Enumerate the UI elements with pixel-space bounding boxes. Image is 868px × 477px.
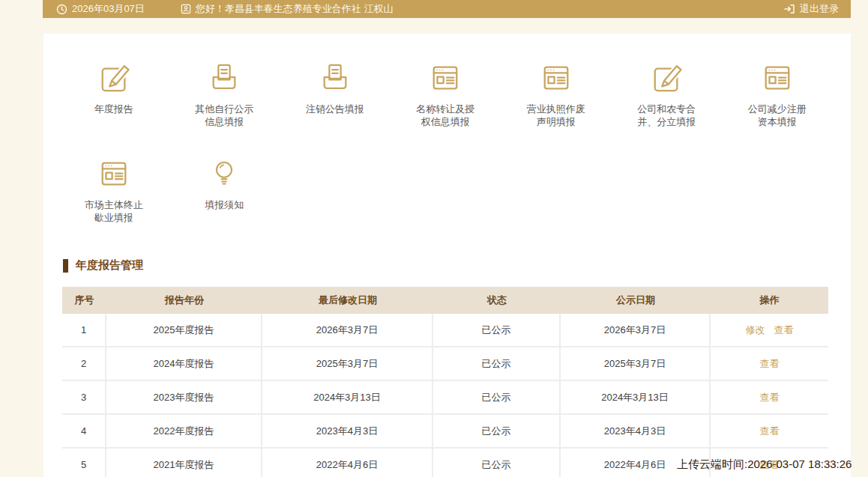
cell-published: 2024年3月13日 bbox=[561, 381, 711, 413]
cell-actions: 查看 bbox=[711, 381, 828, 413]
edit-icon bbox=[651, 62, 682, 94]
upload-timestamp: 上传云端时间:2026-03-07 18:33:26 bbox=[677, 458, 852, 472]
view-link[interactable]: 查看 bbox=[760, 357, 780, 371]
submit-tray-icon bbox=[208, 62, 240, 94]
menu-item-other-disclosure[interactable]: 其他自行公示信息填报 bbox=[169, 62, 280, 146]
greeting-text: 您好！孝昌县丰春生态养殖专业合作社 江权山 bbox=[196, 2, 394, 16]
cell-modified: 2022年4月6日 bbox=[262, 449, 433, 477]
menu-item-label: 营业执照作废声明填报 bbox=[525, 103, 587, 128]
current-date: 2026年03月07日 bbox=[72, 2, 145, 16]
cell-modified: 2023年4月3日 bbox=[262, 415, 433, 447]
table-row: 3 2023年度报告 2024年3月13日 已公示 2024年3月13日 查看 bbox=[62, 381, 828, 415]
cell-actions: 修改 查看 bbox=[711, 314, 828, 346]
cell-modified: 2025年3月7日 bbox=[262, 347, 433, 380]
section-header: 年度报告管理 bbox=[63, 258, 851, 273]
cell-actions: 查看 bbox=[711, 347, 828, 380]
cell-seq: 4 bbox=[62, 415, 106, 447]
menu-row-1: 年度报告 其他自行公示信息填报 注销公告填报 名称转让及授权信息填报 营业执照作… bbox=[43, 34, 851, 146]
view-link[interactable]: 查看 bbox=[760, 425, 780, 438]
cell-status: 已公示 bbox=[433, 415, 561, 447]
col-header-modified: 最后修改日期 bbox=[262, 287, 433, 314]
user-greeting: 您好！孝昌县丰春生态养殖专业合作社 江权山 bbox=[181, 2, 394, 16]
menu-item-annual-report[interactable]: 年度报告 bbox=[58, 62, 169, 146]
table-row: 2 2024年度报告 2025年3月7日 已公示 2025年3月7日 查看 bbox=[62, 347, 828, 381]
cell-modified: 2024年3月13日 bbox=[262, 381, 433, 413]
cell-year: 2023年度报告 bbox=[106, 381, 262, 413]
submit-tray-icon bbox=[319, 62, 351, 94]
menu-item-label: 名称转让及授权信息填报 bbox=[415, 103, 476, 128]
bulb-icon bbox=[208, 158, 240, 189]
menu-item-filing-instructions[interactable]: 填报须知 bbox=[169, 158, 280, 224]
logout-label: 退出登录 bbox=[800, 2, 839, 16]
menu-item-capital-reduction[interactable]: 公司减少注册资本填报 bbox=[722, 62, 833, 146]
menu-item-cancellation-notice[interactable]: 注销公告填报 bbox=[280, 62, 391, 146]
menu-item-label: 市场主体终止歇业填报 bbox=[83, 198, 145, 224]
menu-item-label: 公司减少注册资本填报 bbox=[747, 103, 808, 128]
cell-year: 2025年度报告 bbox=[106, 314, 262, 346]
logout-button[interactable]: 退出登录 bbox=[783, 2, 839, 16]
cell-modified: 2026年3月7日 bbox=[262, 314, 433, 346]
col-header-year: 报告年份 bbox=[106, 287, 262, 314]
col-header-seq: 序号 bbox=[62, 287, 106, 314]
menu-item-license-void[interactable]: 营业执照作废声明填报 bbox=[501, 62, 612, 146]
col-header-actions: 操作 bbox=[711, 287, 828, 314]
menu-item-label: 公司和农专合并、分立填报 bbox=[636, 103, 697, 128]
cell-published: 2023年4月3日 bbox=[561, 415, 711, 447]
top-bar: 2026年03月07日 您好！孝昌县丰春生态养殖专业合作社 江权山 退出登录 bbox=[43, 0, 851, 18]
logout-icon bbox=[783, 3, 795, 15]
cell-actions: 查看 bbox=[711, 415, 828, 447]
col-header-published: 公示日期 bbox=[561, 287, 711, 314]
cell-published: 2025年3月7日 bbox=[561, 347, 711, 380]
menu-row-2: 市场主体终止歇业填报 填报须知 bbox=[43, 158, 851, 224]
menu-item-label: 注销公告填报 bbox=[304, 103, 366, 115]
view-link[interactable]: 查看 bbox=[774, 323, 794, 337]
browser-form-icon bbox=[430, 62, 461, 94]
menu-item-label: 填报须知 bbox=[193, 198, 255, 211]
menu-item-label: 年度报告 bbox=[83, 103, 145, 115]
menu-item-merger-division[interactable]: 公司和农专合并、分立填报 bbox=[612, 62, 723, 146]
section-title: 年度报告管理 bbox=[76, 258, 143, 273]
section-marker bbox=[63, 259, 68, 273]
menu-item-business-termination[interactable]: 市场主体终止歇业填报 bbox=[58, 158, 169, 224]
cell-year: 2024年度报告 bbox=[106, 347, 262, 380]
cell-status: 已公示 bbox=[433, 449, 561, 477]
cell-year: 2022年度报告 bbox=[106, 415, 262, 447]
modify-link[interactable]: 修改 bbox=[746, 323, 765, 337]
menu-item-name-transfer[interactable]: 名称转让及授权信息填报 bbox=[391, 62, 501, 146]
table-row: 4 2022年度报告 2023年4月3日 已公示 2023年4月3日 查看 bbox=[62, 415, 828, 449]
col-header-status: 状态 bbox=[433, 287, 561, 314]
cell-status: 已公示 bbox=[433, 314, 561, 346]
cell-seq: 5 bbox=[62, 449, 106, 477]
menu-item-label: 其他自行公示信息填报 bbox=[193, 103, 255, 128]
table-row: 1 2025年度报告 2026年3月7日 已公示 2026年3月7日 修改 查看 bbox=[62, 314, 828, 347]
cell-seq: 1 bbox=[62, 314, 106, 346]
annual-report-table: 序号 报告年份 最后修改日期 状态 公示日期 操作 1 2025年度报告 202… bbox=[62, 287, 828, 477]
edit-icon bbox=[98, 62, 130, 94]
browser-form-icon bbox=[762, 62, 793, 94]
view-link[interactable]: 查看 bbox=[760, 391, 780, 404]
date-display: 2026年03月07日 bbox=[56, 2, 145, 16]
cell-status: 已公示 bbox=[433, 381, 561, 413]
cell-seq: 3 bbox=[62, 381, 106, 413]
cell-published: 2026年3月7日 bbox=[561, 314, 711, 346]
cell-seq: 2 bbox=[62, 347, 106, 380]
content-panel: 年度报告 其他自行公示信息填报 注销公告填报 名称转让及授权信息填报 营业执照作… bbox=[43, 34, 851, 477]
browser-form-icon bbox=[540, 62, 572, 94]
clock-icon bbox=[56, 4, 67, 15]
table-header-row: 序号 报告年份 最后修改日期 状态 公示日期 操作 bbox=[62, 287, 828, 314]
browser-form-icon bbox=[98, 158, 130, 189]
cell-year: 2021年度报告 bbox=[106, 449, 262, 477]
cell-status: 已公示 bbox=[433, 347, 561, 380]
user-badge-icon bbox=[181, 4, 191, 14]
